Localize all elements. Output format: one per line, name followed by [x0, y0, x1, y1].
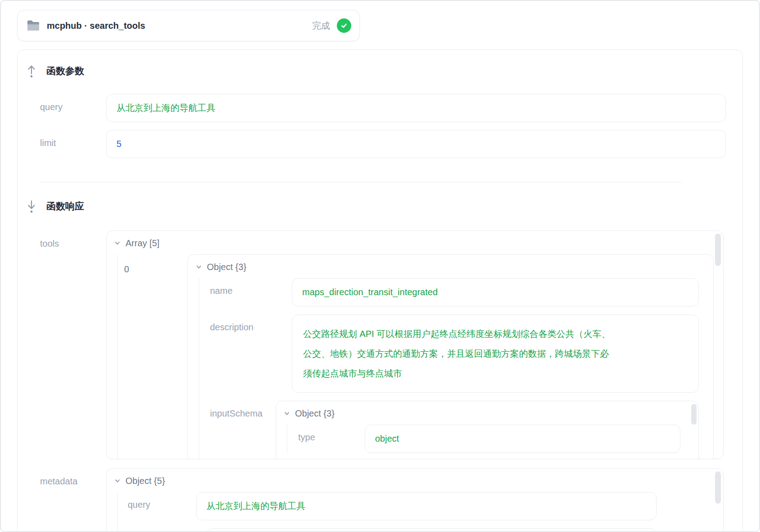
input-schema-scrollbar[interactable] [691, 404, 697, 425]
metadata-json-viewer: Object {5} query 从北京到上海的导航工具 [106, 468, 724, 532]
tools-array-children: 0 Object {3} name [117, 254, 723, 459]
tool-0-object-header: Object {3} [207, 262, 246, 272]
status-text: 完成 [312, 20, 330, 32]
metadata-scrollbar[interactable] [715, 471, 721, 504]
tools-item-0: 0 Object {3} name [124, 254, 723, 459]
response-row-tools: tools Array [5] 0 [40, 231, 742, 459]
description-line: 公交、地铁）交通方式的通勤方案，并且返回通勤方案的数据，跨城场景下必 [303, 344, 688, 364]
limit-label: limit [40, 130, 106, 148]
description-value-field[interactable]: 公交路径规划 API 可以根据用户起终点经纬度坐标规划综合各类公共（火车、 公交… [292, 315, 699, 393]
input-schema-object-node[interactable]: Object {3} [283, 408, 691, 419]
chevron-down-icon[interactable] [283, 410, 291, 417]
params-section-title: 函数参数 [46, 65, 84, 77]
tool-call-viewer: { "header": { "tool_name": "mcphub · sea… [0, 0, 760, 532]
response-section-header: 函数响应 [26, 200, 742, 212]
name-value-field[interactable]: maps_direction_transit_integrated [292, 278, 699, 306]
folder-icon [27, 20, 40, 31]
limit-field[interactable]: 5 [106, 130, 726, 158]
params-form: query 从北京到上海的导航工具 limit 5 [40, 94, 742, 158]
query-label: query [40, 94, 106, 112]
section-divider [40, 182, 681, 182]
arrow-up-from-dot-icon [26, 64, 37, 78]
response-section-title: 函数响应 [46, 200, 84, 213]
tools-array-header: Array [5] [125, 238, 160, 248]
input-schema-object-header: Object {3} [295, 408, 335, 419]
name-label: name [210, 278, 292, 296]
arrow-down-to-dot-icon [26, 200, 37, 213]
input-schema-children: type object [287, 425, 691, 453]
query-field[interactable]: 从北京到上海的导航工具 [106, 94, 726, 122]
metadata-query-field[interactable]: 从北京到上海的导航工具 [196, 492, 657, 520]
tool-name: mcphub · search_tools [47, 21, 145, 31]
row-type: type object [298, 425, 691, 453]
row-metadata-query: query 从北京到上海的导航工具 [128, 492, 723, 520]
chevron-down-icon[interactable] [114, 477, 121, 484]
tools-label: tools [40, 231, 106, 249]
row-input-schema: inputSchema Object {3} [210, 401, 704, 459]
check-circle-icon [337, 18, 351, 33]
tool-call-header[interactable]: mcphub · search_tools 完成 [17, 10, 360, 41]
chevron-down-icon[interactable] [195, 263, 202, 270]
type-label: type [298, 425, 365, 443]
param-row-query: query 从北京到上海的导航工具 [40, 94, 742, 122]
params-section-header: 函数参数 [26, 65, 742, 77]
param-row-limit: limit 5 [40, 130, 742, 158]
response-form: tools Array [5] 0 [40, 231, 742, 532]
metadata-next-field-cutoff [206, 528, 657, 532]
input-schema-json-viewer: Object {3} type object [276, 401, 699, 459]
description-label: description [210, 315, 292, 332]
item-index: 0 [124, 254, 188, 275]
tool-0-object-node[interactable]: Object {3} [195, 261, 704, 273]
metadata-label: metadata [40, 468, 106, 487]
tools-scrollbar[interactable] [715, 234, 721, 266]
input-schema-label: inputSchema [210, 401, 276, 419]
description-line: 公交路径规划 API 可以根据用户起终点经纬度坐标规划综合各类公共（火车、 [303, 324, 688, 344]
tool-0-children: name maps_direction_transit_integrated d… [199, 278, 704, 459]
tool-0-object: Object {3} name maps_direction_transit_i… [188, 254, 714, 459]
response-row-metadata: metadata Object {5} query 从北京到上海的导航工具 [40, 468, 742, 532]
metadata-children: query 从北京到上海的导航工具 [117, 492, 723, 532]
row-name: name maps_direction_transit_integrated [210, 278, 704, 306]
metadata-query-label: query [128, 492, 196, 510]
tool-call-detail-card: 函数参数 query 从北京到上海的导航工具 limit 5 函数响应 tool… [17, 49, 743, 532]
row-description: description 公交路径规划 API 可以根据用户起终点经纬度坐标规划综… [210, 315, 704, 393]
type-value-field[interactable]: object [365, 425, 680, 453]
metadata-object-node[interactable]: Object {5} [114, 475, 723, 487]
chevron-down-icon[interactable] [114, 239, 121, 247]
tools-json-viewer: Array [5] 0 Object {3} [106, 231, 724, 459]
description-line: 须传起点城市与终点城市 [303, 364, 688, 383]
tools-array-node[interactable]: Array [5] [114, 237, 723, 249]
metadata-object-header: Object {5} [125, 476, 165, 486]
